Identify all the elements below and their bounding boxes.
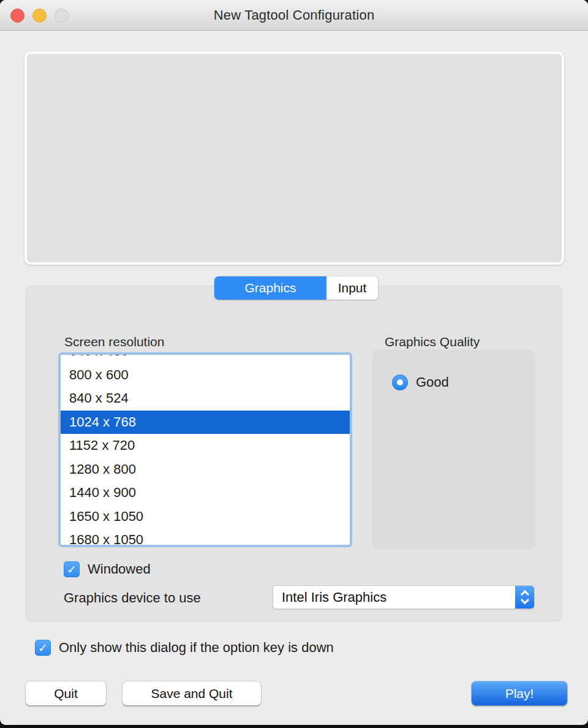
- tab-bar: Graphics Input: [214, 276, 378, 300]
- resolution-option[interactable]: 1650 x 1050: [61, 505, 350, 529]
- resolution-rows: 640 x 480800 x 600840 x 5241024 x 768115…: [61, 352, 350, 547]
- minimize-icon[interactable]: [32, 9, 47, 23]
- save-and-quit-button[interactable]: Save and Quit: [123, 681, 261, 705]
- preview-area: [24, 51, 564, 265]
- stepper-control[interactable]: [515, 586, 534, 609]
- quit-button[interactable]: Quit: [26, 681, 106, 705]
- window-title: New Tagtool Configuration: [214, 7, 375, 23]
- graphics-device-label: Graphics device to use: [64, 590, 201, 606]
- resolution-option[interactable]: 840 x 524: [61, 387, 350, 411]
- resolution-option[interactable]: 800 x 600: [61, 363, 350, 387]
- tab-input[interactable]: Input: [326, 276, 378, 300]
- traffic-lights: [10, 0, 69, 31]
- windowed-label: Windowed: [88, 561, 151, 577]
- graphics-quality-label: Graphics Quality: [385, 335, 480, 349]
- resolution-option[interactable]: 1024 x 768: [61, 411, 350, 434]
- graphics-device-value: Intel Iris Graphics: [273, 590, 515, 605]
- graphics-device-select[interactable]: Intel Iris Graphics: [273, 585, 535, 609]
- option-key-checkbox[interactable]: ✓: [35, 640, 51, 656]
- checkmark-icon: ✓: [38, 641, 48, 654]
- resolution-option[interactable]: 1280 x 800: [61, 458, 350, 482]
- close-icon[interactable]: [10, 9, 24, 23]
- play-button[interactable]: Play!: [472, 681, 567, 705]
- resolution-option[interactable]: 1440 x 900: [61, 481, 350, 505]
- resolution-option[interactable]: 640 x 480: [61, 352, 350, 363]
- windowed-checkbox[interactable]: ✓: [64, 561, 80, 577]
- dialog-window: New Tagtool Configuration Graphics Input…: [0, 0, 588, 725]
- resolution-list[interactable]: 640 x 480800 x 600840 x 5241024 x 768115…: [58, 352, 352, 547]
- resolution-option[interactable]: 1152 x 720: [61, 434, 350, 458]
- graphics-quality-panel: Good: [372, 350, 535, 549]
- quality-option-good[interactable]: Good: [392, 374, 449, 390]
- resolution-option[interactable]: 1680 x 1050: [61, 528, 350, 547]
- radio-selected-icon[interactable]: [392, 374, 408, 390]
- option-key-label: Only show this dialog if the option key …: [59, 640, 334, 656]
- windowed-checkbox-row: ✓ Windowed: [64, 561, 151, 577]
- chevron-down-icon: [520, 596, 529, 604]
- checkmark-icon: ✓: [67, 563, 77, 576]
- zoom-icon: [55, 9, 69, 23]
- tab-graphics[interactable]: Graphics: [214, 276, 326, 300]
- title-bar: New Tagtool Configuration: [0, 0, 588, 31]
- option-key-checkbox-row: ✓ Only show this dialog if the option ke…: [35, 640, 334, 656]
- screen-resolution-label: Screen resolution: [64, 335, 164, 349]
- quality-option-label: Good: [416, 374, 449, 390]
